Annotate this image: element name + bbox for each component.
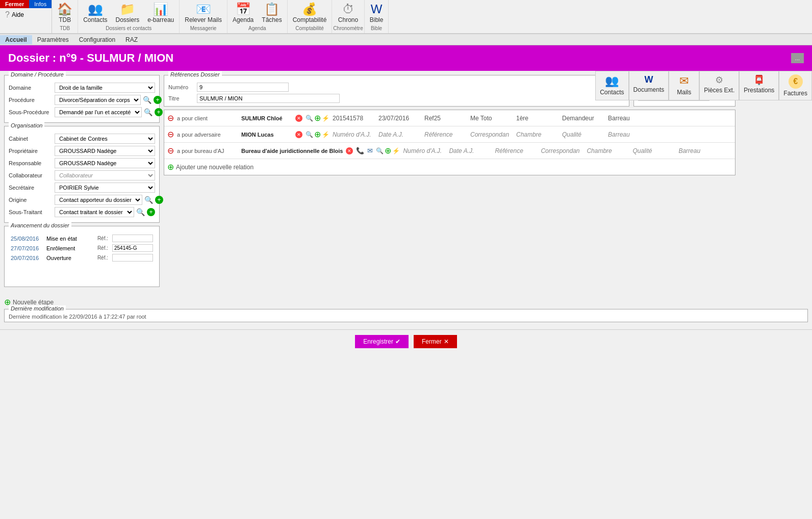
domaine-label: Domaine	[9, 85, 55, 91]
aide-button[interactable]: ? Aide	[0, 8, 52, 21]
tab-mails[interactable]: ✉ Mails	[669, 71, 699, 100]
avancement-reflabel-3: Réf.:	[95, 253, 110, 263]
origine-search-button[interactable]: 🔍	[143, 196, 154, 204]
rel-x-bureau[interactable]: ✕	[346, 147, 353, 154]
email-icon-bureau[interactable]: ✉	[367, 147, 373, 154]
tdb-button[interactable]: 🏠 TDB	[53, 2, 77, 24]
tab-pieces-ext[interactable]: ⚙ Pièces Ext.	[699, 71, 739, 100]
rel-meta-bureau-7: Barreau	[678, 147, 719, 154]
rel-meta-client-7: Barreau	[608, 115, 649, 122]
sous-traitant-select[interactable]: Contact traitant le dossier	[55, 207, 134, 217]
menu-parametres[interactable]: Paramètres	[32, 35, 74, 44]
sous-procedure-label: Sous-Procédure	[9, 109, 55, 115]
rel-x-adversaire[interactable]: ✕	[295, 131, 302, 138]
enregistrer-button[interactable]: Enregistrer ✔	[355, 335, 409, 348]
avancement-ref-input-2[interactable]	[112, 244, 153, 252]
cabinet-select[interactable]: Cabinet de Contres	[55, 134, 155, 144]
collaborateur-select[interactable]: Collaborateur	[55, 170, 155, 180]
top-bar: Fermer Infos ? Aide 🏠 TDB TDB 👥 Contacts…	[0, 0, 812, 34]
rel-search-adversaire[interactable]: 🔍	[306, 131, 313, 138]
add-relation-label: Ajouter une nouvelle relation	[176, 164, 253, 171]
procedure-add-button[interactable]: +	[154, 96, 162, 104]
rel-meta-adversaire: Numéro d'A.J. Date A.J. Référence Corres…	[333, 131, 732, 138]
agenda-button[interactable]: 📅 Agenda	[229, 2, 258, 24]
relever-mails-button[interactable]: 📧 Relever Mails	[181, 2, 226, 24]
rel-type-adversaire: a pour adversaire	[177, 132, 238, 138]
infos-button[interactable]: Infos	[29, 0, 52, 8]
documents-tab-icon: W	[644, 74, 653, 85]
sous-traitant-search-button[interactable]: 🔍	[135, 208, 146, 216]
cabinet-label: Cabinet	[9, 136, 55, 142]
domaine-procedure-section: Domaine / Procédure Domaine Droit de la …	[4, 75, 160, 123]
responsable-select[interactable]: GROUSSARD Nadège	[55, 158, 155, 168]
contacts-button[interactable]: 👥 Contacts	[79, 2, 111, 24]
comptabilite-icon: 💰	[302, 3, 317, 15]
rel-info-adversaire[interactable]: ⚡	[322, 131, 329, 138]
rel-remove-adversaire[interactable]: ⊖	[167, 129, 174, 139]
rel-add-client[interactable]: ⊕	[314, 113, 321, 123]
menu-raz[interactable]: RAZ	[120, 35, 143, 44]
procedure-search-button[interactable]: 🔍	[142, 96, 153, 104]
rel-add-adversaire[interactable]: ⊕	[314, 129, 321, 139]
procedure-select[interactable]: Divorce/Séparation de corps	[55, 95, 141, 105]
tab-prestations[interactable]: 📮 Prestations	[739, 71, 779, 100]
rel-x-client[interactable]: ✕	[295, 115, 302, 122]
messagerie-label: Messagerie	[190, 24, 217, 31]
rel-add-bureau[interactable]: ⊕	[385, 146, 391, 155]
chrono-button[interactable]: ⏱ Chrono	[334, 2, 362, 24]
responsable-field-row: Responsable GROUSSARD Nadège	[9, 158, 155, 168]
add-relation-button[interactable]: ⊕ Ajouter une nouvelle relation	[164, 159, 735, 175]
fermer-footer-button[interactable]: Fermer ✕	[414, 335, 457, 348]
right-panel: Références Dossier Numéro Titre Facturat…	[164, 75, 735, 290]
derniere-modification-title: Dernière modification	[9, 305, 66, 312]
sous-procedure-search-button[interactable]: 🔍	[143, 108, 154, 116]
proprietaire-label: Propriétaire	[9, 148, 55, 154]
tab-contacts[interactable]: 👥 Contacts	[595, 71, 628, 100]
add-relation-icon: ⊕	[167, 162, 174, 172]
tab-factures[interactable]: € Factures	[779, 71, 812, 100]
relations-box: ⊖ a pour client SULMUR Chloé ✕ 🔍 ⊕ ⚡ 201…	[164, 110, 735, 175]
ebarreau-icon: 📊	[153, 3, 168, 15]
menu-accueil[interactable]: Accueil	[0, 35, 32, 44]
top-left-row1: Fermer Infos	[0, 0, 52, 8]
ebarreau-button[interactable]: 📊 e-barreau	[143, 2, 178, 24]
comptabilite-button[interactable]: 💰 Comptabilité	[289, 2, 331, 24]
fermer-button[interactable]: Fermer	[0, 0, 29, 8]
sous-procedure-add-button[interactable]: +	[155, 108, 163, 116]
avancement-etape-2: Enrôlement	[44, 243, 95, 253]
proprietaire-select[interactable]: GROUSSARD Nadège	[55, 146, 155, 156]
rel-info-client[interactable]: ⚡	[322, 115, 329, 122]
rel-remove-client[interactable]: ⊖	[167, 113, 174, 123]
contacts-icon: 👥	[88, 3, 103, 15]
rel-info-bureau[interactable]: ⚡	[392, 147, 400, 154]
domaine-select[interactable]: Droit de la famille	[55, 83, 155, 93]
top-left-group: Fermer Infos ? Aide	[0, 0, 52, 33]
sous-traitant-add-button[interactable]: +	[147, 208, 155, 216]
menubar: Accueil Paramètres Configuration RAZ	[0, 34, 812, 45]
avancement-reflabel-2: Réf.:	[95, 243, 110, 253]
menu-configuration[interactable]: Configuration	[74, 35, 120, 44]
origine-select[interactable]: Contact apporteur du dossier	[55, 195, 142, 205]
nouvelle-etape-button[interactable]: ⊕ Nouvelle étape	[4, 297, 808, 307]
cabinet-control: Cabinet de Contres	[55, 134, 155, 144]
titre-label: Titre	[168, 95, 194, 101]
rel-meta-adversaire-4: Correspondan	[470, 131, 511, 138]
rel-search-bureau[interactable]: 🔍	[376, 147, 384, 154]
avancement-ref-input-1[interactable]	[112, 235, 153, 242]
prestations-tab-icon: 📮	[753, 74, 765, 86]
secretaire-select[interactable]: POIRIER Sylvie	[55, 183, 155, 193]
taches-button[interactable]: 📋 Tâches	[258, 2, 286, 24]
titre-input[interactable]	[197, 94, 340, 103]
origine-add-button[interactable]: +	[155, 196, 163, 204]
rel-remove-bureau[interactable]: ⊖	[167, 146, 174, 155]
numero-input[interactable]	[197, 83, 289, 92]
tab-documents[interactable]: W Documents	[629, 71, 669, 100]
dossier-more-button[interactable]: ...	[791, 53, 804, 63]
bible-button[interactable]: W Bible	[366, 2, 388, 24]
rel-search-client[interactable]: 🔍	[306, 115, 313, 122]
toolbar-section-tdb: 🏠 TDB TDB	[52, 0, 78, 33]
sous-procedure-select[interactable]: Demandé par l'un et accepté	[55, 107, 142, 117]
dossier-header: Dossier : n°9 - SULMUR / MION ...	[0, 45, 812, 71]
avancement-ref-input-3[interactable]	[112, 254, 153, 262]
dossiers-button[interactable]: 📁 Dossiers	[112, 2, 144, 24]
